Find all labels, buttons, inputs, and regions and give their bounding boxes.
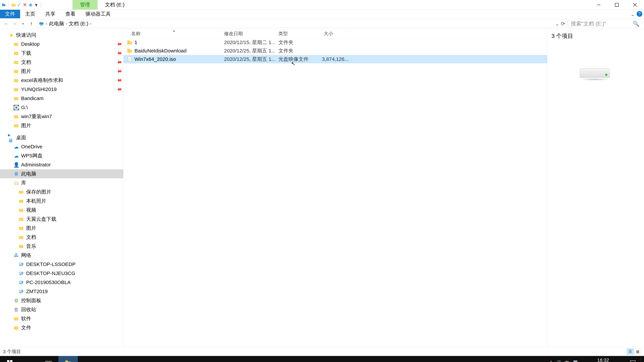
pin-icon: 📌: [116, 86, 122, 93]
maximize-button[interactable]: [608, 0, 626, 10]
task-view-button[interactable]: [39, 356, 58, 362]
sidebar-item[interactable]: 图片: [0, 121, 123, 130]
ribbon-tab-file[interactable]: 文件: [0, 10, 20, 18]
ribbon-tab-view[interactable]: 查看: [60, 10, 80, 18]
sidebar-item[interactable]: 软件: [0, 314, 123, 323]
action-center-button[interactable]: 3: [628, 358, 638, 362]
sidebar-item[interactable]: 视频: [0, 205, 123, 215]
breadcrumb-this-pc[interactable]: 此电脑: [49, 20, 64, 27]
sidebar-item[interactable]: 👤Administrator: [0, 160, 123, 169]
ribbon-tab-share[interactable]: 共享: [40, 10, 60, 18]
file-date: 2020/12/25, 星期五 1...: [222, 47, 277, 54]
nav-forward-button[interactable]: →: [10, 19, 19, 28]
sidebar-item[interactable]: 🖳DESKTOP-NJEU3CG: [0, 269, 123, 278]
navigation-pane[interactable]: ★快速访问 Desktop📌下载📌文档📌图片📌excel表格制作求和📌YUNQI…: [0, 29, 124, 347]
file-type: 光盘映像文件: [277, 56, 322, 63]
sidebar-item[interactable]: 🖧网络: [0, 251, 123, 260]
column-type[interactable]: 类型: [277, 29, 322, 38]
sidebar-item[interactable]: 🗑回收站: [0, 305, 123, 314]
nav-recent-dropdown[interactable]: ▾: [19, 19, 27, 28]
ribbon-collapse-icon[interactable]: ⌄: [630, 11, 635, 17]
sidebar-item-label: DESKTOP-LSSOEDP: [26, 261, 76, 267]
chevron-right-icon[interactable]: ›: [66, 21, 67, 26]
tray-ime-indicator[interactable]: 中: [564, 360, 570, 362]
sidebar-item[interactable]: 图片: [0, 224, 123, 233]
sidebar-item[interactable]: ☁WPS网盘: [0, 151, 123, 160]
sidebar-item[interactable]: 文件: [0, 323, 123, 332]
sidebar-item[interactable]: 文档: [0, 233, 123, 242]
sidebar-item[interactable]: 💽G:\: [0, 103, 123, 112]
folder-icon: 💽: [13, 104, 20, 111]
drive-icon: [580, 68, 612, 83]
help-icon[interactable]: ?: [636, 11, 642, 17]
file-list-pane[interactable]: ▴名称 修改日期 类型 大小 1 2020/12/15, 星期二 1... 文件…: [124, 29, 547, 347]
ribbon-tab-home[interactable]: 主页: [20, 10, 40, 18]
file-row[interactable]: 1 2020/12/15, 星期二 1... 文件夹: [124, 38, 547, 46]
sidebar-item[interactable]: 🖳PC-20190530OBLA: [0, 278, 123, 287]
address-bar: ← → ▾ ↑ › 此电脑 › 文档 (E:) › ⌄ ⟳ 搜索"文档 (E:)…: [0, 18, 644, 29]
sidebar-item[interactable]: ⚙控制面板: [0, 296, 123, 305]
folder-icon: [13, 122, 20, 129]
search-input[interactable]: 搜索"文档 (E:)" 🔍: [568, 20, 642, 28]
breadcrumb-box[interactable]: › 此电脑 › 文档 (E:) › ⌄ ⟳: [37, 20, 567, 28]
nav-up-button[interactable]: ↑: [27, 19, 36, 28]
chevron-right-icon[interactable]: ›: [46, 21, 47, 26]
sidebar-item[interactable]: 🗂库: [0, 178, 123, 187]
folder-icon[interactable]: [12, 3, 16, 7]
sidebar-item-label: 文档: [21, 59, 31, 66]
sidebar-item[interactable]: 🖳ZMT2019: [0, 287, 123, 296]
view-details-button[interactable]: ☰: [627, 349, 634, 355]
tray-chevron-up-icon[interactable]: ˄: [550, 360, 552, 362]
column-date[interactable]: 修改日期: [222, 29, 277, 38]
breadcrumb-dropdown-icon[interactable]: ⌄: [555, 21, 560, 27]
sidebar-item[interactable]: win7重装win7: [0, 112, 123, 121]
sidebar-item-label: OneDrive: [21, 144, 42, 149]
svg-rect-2: [12, 4, 16, 6]
sidebar-item[interactable]: 🖳DESKTOP-LSSOEDP: [0, 260, 123, 269]
tray-security-icon[interactable]: [572, 360, 578, 362]
sidebar-item[interactable]: ☁OneDrive: [0, 142, 123, 151]
tray-volume-icon[interactable]: 🔊: [555, 360, 562, 362]
sidebar-item[interactable]: 文档📌: [0, 58, 123, 67]
sidebar-item[interactable]: 本机照片: [0, 196, 123, 205]
pc-icon[interactable]: [39, 22, 44, 26]
sidebar-item[interactable]: 音乐: [0, 242, 123, 251]
sidebar-item[interactable]: Desktop📌: [0, 39, 123, 49]
file-row[interactable]: Win7x64_2020.iso 2020/12/25, 星期五 1... 光盘…: [124, 55, 547, 63]
start-button[interactable]: [0, 356, 20, 362]
column-name[interactable]: ▴名称: [124, 29, 222, 38]
checkmark-icon[interactable]: ✓: [17, 3, 21, 7]
taskbar[interactable]: ⌕ ˄ 🔊 中 16:32 2020/12/25, 星期五 3: [0, 356, 644, 362]
sidebar-item[interactable]: 天翼云盘下载: [0, 215, 123, 224]
sidebar-item[interactable]: excel表格制作求和📌: [0, 76, 123, 85]
contextual-tab-manage[interactable]: 管理: [72, 0, 98, 10]
item-icon: [18, 198, 24, 204]
nav-back-button[interactable]: ←: [2, 19, 10, 28]
sidebar-desktop-root[interactable]: ▸🖥桌面: [0, 133, 123, 142]
sidebar-item[interactable]: 下载📌: [0, 49, 123, 58]
chevron-right-icon[interactable]: ›: [90, 21, 92, 26]
breadcrumb-drive[interactable]: 文档 (E:): [69, 20, 88, 27]
search-icon[interactable]: 🔍: [633, 21, 640, 27]
view-icons-button[interactable]: ▦: [634, 349, 641, 355]
sidebar-item[interactable]: Bandicam: [0, 94, 123, 103]
sidebar-item[interactable]: 图片📌: [0, 67, 123, 76]
minimize-button[interactable]: [590, 0, 608, 10]
sidebar-item[interactable]: YUNQISHI2019📌: [0, 85, 123, 94]
taskbar-clock[interactable]: 16:32 2020/12/25, 星期五: [583, 358, 623, 362]
taskbar-explorer-button[interactable]: [58, 356, 78, 362]
show-desktop-button[interactable]: [641, 356, 643, 362]
column-size[interactable]: 大小: [322, 29, 349, 38]
close-x-icon[interactable]: ✕: [23, 3, 27, 7]
file-row[interactable]: BaiduNetdiskDownload 2020/12/25, 星期五 1..…: [124, 46, 547, 55]
refresh-icon[interactable]: ⟳: [561, 21, 565, 27]
dropdown-caret-icon[interactable]: ▾: [34, 3, 38, 7]
sidebar-item[interactable]: 🖥此电脑: [0, 169, 123, 178]
close-button[interactable]: [626, 0, 644, 10]
taskbar-search-button[interactable]: ⌕: [20, 356, 39, 362]
sidebar-item-label: win7重装win7: [21, 113, 52, 120]
sidebar-item[interactable]: 保存的图片: [0, 187, 123, 196]
ribbon-tab-drivetools[interactable]: 驱动器工具: [80, 10, 116, 18]
properties-icon[interactable]: ◉: [28, 3, 32, 7]
sidebar-quick-access[interactable]: ★快速访问: [0, 30, 123, 39]
